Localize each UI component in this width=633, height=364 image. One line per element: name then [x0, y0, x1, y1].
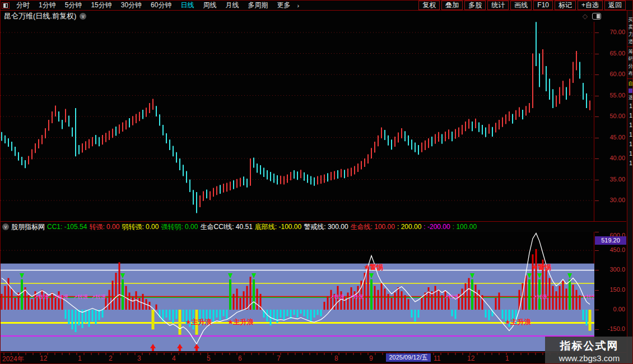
price-axis-label: 50.00	[609, 113, 625, 119]
svg-text:↗转强: ↗转强	[582, 294, 594, 300]
chart-title-bar: 昆仑万维(日线.前复权) v ◇	[1, 11, 626, 22]
indicator-axis: 600.0450.0300.0150.00.00-150.0519.20	[595, 232, 626, 352]
indicator-field: : 100.00	[453, 223, 477, 231]
period-tab-60分钟[interactable]: 60分钟	[146, 1, 176, 10]
sidebar-char[interactable]: 筹	[627, 48, 633, 55]
sidebar-list-digit[interactable]: 1	[627, 101, 633, 111]
toolbar-button-返回[interactable]: 返回	[604, 1, 626, 10]
top-period-toolbar: 分时1分钟5分钟15分钟30分钟60分钟日线周线月线多周期更多 › 复权叠加多股…	[1, 1, 633, 11]
period-tab-月线[interactable]: 月线	[221, 1, 243, 10]
sidebar-list-digit[interactable]: 1	[627, 120, 633, 130]
stock-title: 昆仑万维(日线.前复权)	[4, 11, 76, 21]
selected-date-badge: 2025/09/12/五	[386, 353, 431, 362]
toolbar-button-+自选[interactable]: +自选	[578, 1, 603, 10]
sidebar-list-digit[interactable]: 1	[627, 130, 633, 139]
toolbar-button-多股[interactable]: 多股	[464, 1, 486, 10]
time-axis-label: 8	[334, 354, 338, 362]
indicator-field: 警戒线: 300.00	[304, 223, 348, 231]
indicator-field: 生命CCI线: 40.51	[200, 223, 252, 231]
indicator-source: 股朋指标网	[11, 222, 45, 232]
sidebar-char[interactable]: 分	[627, 63, 633, 70]
time-axis-label: 4	[172, 354, 176, 362]
svg-text:★主升浪: ★主升浪	[227, 318, 254, 326]
sidebar-list-digit[interactable]: 1	[627, 158, 633, 168]
sidebar-char[interactable]: 码	[627, 55, 633, 63]
more-chevron-icon[interactable]: ›	[295, 2, 301, 9]
period-tab-30分钟[interactable]: 30分钟	[117, 1, 146, 10]
cci-indicator-chart[interactable]: ★主升浪★主升浪★主升浪★警惕★警惕↗转强↗转强↗转强↗转强↗转强↗转强↗转强↗…	[1, 232, 594, 352]
toolbar-button-叠加[interactable]: 叠加	[441, 1, 463, 10]
time-axis-label: 1	[78, 354, 82, 362]
title-dropdown-icon[interactable]: v	[80, 13, 86, 20]
sidebar-char[interactable]: 力	[627, 31, 633, 38]
price-axis-label: 30.00	[609, 197, 625, 203]
period-tab-1分钟[interactable]: 1分钟	[34, 1, 60, 10]
toolbar-button-画线[interactable]: 画线	[510, 1, 532, 10]
period-tab-分时[interactable]: 分时	[12, 1, 34, 10]
period-tab-多周期[interactable]: 多周期	[243, 1, 272, 10]
indicator-field: 转强: 0.00	[89, 223, 119, 231]
price-axis-label: 70.00	[609, 29, 625, 35]
time-axis-label: 12	[40, 354, 47, 362]
time-axis-label: 12	[467, 354, 474, 362]
sidebar-char[interactable]: 布	[627, 70, 633, 77]
time-axis-label: 3	[137, 354, 141, 362]
svg-text:↗转强: ↗转强	[34, 294, 49, 300]
main-candlestick-chart[interactable]	[1, 22, 594, 221]
time-axis-label: 1	[505, 354, 509, 362]
period-tab-5分钟[interactable]: 5分钟	[60, 1, 87, 10]
period-tab-周线[interactable]: 周线	[198, 1, 221, 10]
sidebar-char[interactable]: 买	[627, 16, 633, 24]
svg-text:★主升浪: ★主升浪	[505, 318, 532, 326]
sidebar-list-digit[interactable]: 1	[627, 139, 633, 149]
indicator-axis-label: 150.0	[609, 286, 625, 293]
right-sidebar[interactable]: 买卖力道筹码分布自选1111111	[627, 11, 633, 364]
indicator-values: CC1: -105.54转强: 0.00弱转强: 0.00强转弱: 0.00生命…	[47, 222, 479, 232]
sidebar-char[interactable]: 道	[627, 38, 633, 45]
time-axis-label: 5	[207, 354, 211, 362]
time-axis-label: 7	[277, 354, 281, 362]
sidebar-list-digit[interactable]: 1	[627, 149, 633, 158]
price-axis-label: 55.00	[609, 92, 625, 99]
price-axis-label: 40.00	[609, 155, 625, 161]
sidebar-marker	[629, 88, 633, 93]
period-tab-更多[interactable]: 更多	[272, 1, 295, 10]
time-axis-label: 2	[109, 354, 113, 362]
time-axis-label: 9	[369, 354, 373, 362]
svg-text:↗转强: ↗转强	[349, 294, 364, 300]
indicator-axis-label: 300.0	[609, 266, 625, 273]
toolbar-button-复权[interactable]: 复权	[418, 1, 440, 10]
svg-text:↗转强: ↗转强	[444, 294, 459, 300]
sidebar-char[interactable]: 卖	[627, 24, 633, 31]
period-tab-日线[interactable]: 日线	[176, 1, 198, 10]
watermark-url: www.zbgs3.com	[545, 353, 633, 363]
svg-text:↗转强: ↗转强	[54, 294, 68, 300]
toolbar-button-标记[interactable]: 标记	[555, 1, 576, 10]
sidebar-tab-active[interactable]: 自	[627, 80, 633, 87]
sidebar-char[interactable]: 选	[627, 94, 633, 101]
trading-app-window: 分时1分钟5分钟15分钟30分钟60分钟日线周线月线多周期更多 › 复权叠加多股…	[0, 0, 633, 364]
diamond-icon[interactable]: ◇	[583, 12, 588, 20]
split-panel-icon[interactable]	[592, 13, 601, 20]
period-tab-15分钟[interactable]: 15分钟	[86, 1, 116, 10]
toolbar-button-统计[interactable]: 统计	[487, 1, 509, 10]
time-axis-label: 11	[434, 354, 440, 362]
price-axis-label: 35.00	[609, 176, 625, 183]
toolbar-button-F10[interactable]: F10	[533, 1, 553, 10]
svg-text:★警惕: ★警惕	[364, 263, 383, 271]
time-axis[interactable]: 2024年12123456789111212025/09/12/五	[1, 352, 626, 362]
watermark-title: 指标公式网	[545, 339, 633, 353]
indicator-header: v 股朋指标网 CC1: -105.54转强: 0.00弱转强: 0.00强转弱…	[1, 222, 626, 232]
indicator-axis-label: 450.0	[609, 246, 625, 253]
indicator-collapse-icon[interactable]: v	[2, 223, 9, 230]
sidebar-list-digit[interactable]: 1	[627, 111, 633, 120]
svg-text:↗转强: ↗转强	[533, 294, 547, 300]
indicator-field: 生命线: 100.00	[351, 223, 395, 231]
price-axis-label: 60.00	[609, 71, 625, 77]
svg-text:★主升浪: ★主升浪	[185, 318, 212, 326]
indicator-field: CC1: -105.54	[47, 223, 87, 231]
indicator-field: 底部线: -100.00	[255, 223, 301, 231]
indicator-field: : -200.00	[423, 223, 450, 231]
app-layout-icon[interactable]	[2, 2, 10, 9]
indicator-axis-label: -150.0	[608, 325, 625, 332]
